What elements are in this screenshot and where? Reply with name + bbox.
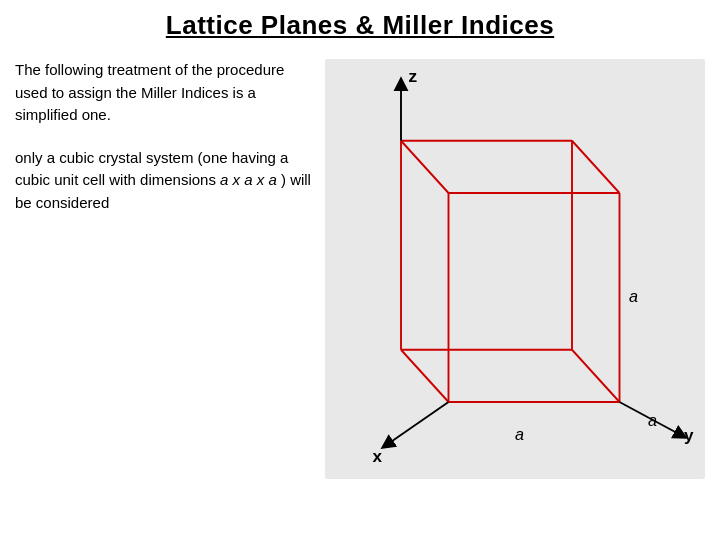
svg-text:z: z [409,67,418,86]
svg-text:x: x [373,447,383,466]
diagram-area: z y x a a a [325,59,705,479]
svg-text:y: y [684,426,694,445]
page-title: Lattice Planes & Miller Indices [15,10,705,41]
svg-line-8 [401,141,449,193]
svg-line-9 [572,141,620,193]
svg-text:a: a [515,425,524,443]
text-block-1: The following treatment of the procedure… [15,59,315,127]
svg-text:a: a [648,411,657,429]
svg-text:a: a [629,287,638,305]
svg-line-11 [401,350,449,402]
text-column: The following treatment of the procedure… [15,59,315,479]
text-block-2-italic: a x a x a [220,171,277,188]
svg-line-16 [387,402,449,445]
text-block-2: only a cubic crystal system (one having … [15,147,315,215]
svg-line-10 [572,350,620,402]
content-area: The following treatment of the procedure… [15,59,705,479]
page: Lattice Planes & Miller Indices The foll… [0,0,720,540]
